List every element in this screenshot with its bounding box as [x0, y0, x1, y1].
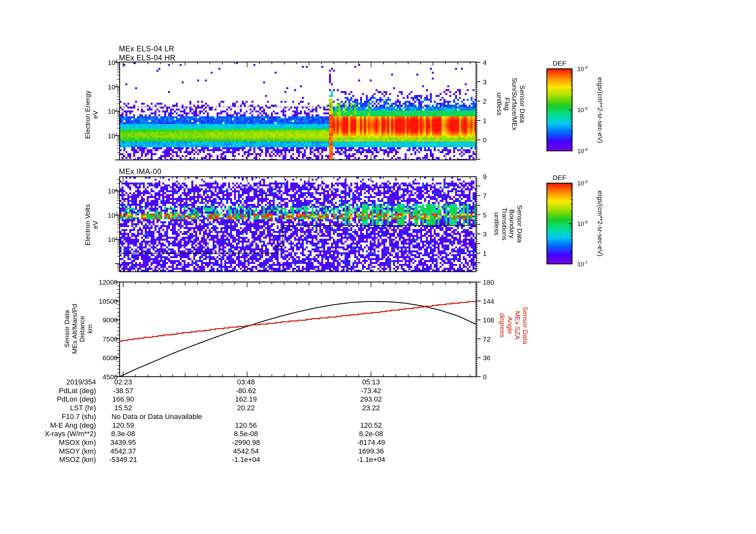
els-yaxis-label: Electron EnergyeV: [84, 90, 99, 139]
table-cell: 8.3e-08: [84, 430, 162, 438]
table-row-label: M-E Ang (deg): [13, 421, 96, 430]
table-cell: 293.02: [332, 395, 410, 403]
lin-right-tick-label: 72: [483, 335, 490, 342]
colorbar1-units-label: ergs/(cm**2-sr-sec-eV): [597, 77, 604, 143]
table-cell: -1.1e+04: [207, 455, 285, 464]
table-cell: -2990.98: [207, 438, 285, 447]
colorbar1-title: DEF: [553, 60, 566, 67]
ima-right-tick-label: 5: [483, 211, 487, 218]
table-cell: -38.57: [84, 387, 162, 395]
ima-right-axis-label: Sensor DataBoundaryTransitionsunitless: [493, 205, 524, 243]
els-ytick-label: 103: [108, 83, 118, 90]
els-flag-tick-label: 4: [483, 59, 487, 66]
table-row-label: 2019/354: [13, 378, 96, 386]
table-cell: 4542.37: [84, 447, 162, 455]
lin-ytick-label: 7500: [102, 335, 118, 342]
colorbar2-units-label: ergs/(cm**2-sr-sec-eV): [597, 191, 604, 256]
colorbar-tick-label: 10-5: [577, 107, 588, 113]
table-cell: -1.1e+04: [332, 455, 410, 464]
time-tick-label: 03:48: [207, 378, 285, 386]
lin-right-tick-label: 108: [483, 317, 494, 323]
lin-right-tick-label: 180: [483, 279, 494, 286]
ima-right-tick-label: 9: [483, 173, 487, 180]
table-cell: -80.62: [207, 387, 285, 395]
lin-right-tick-label: 0: [483, 373, 487, 380]
table-cell: 3439.95: [84, 438, 162, 447]
ima-ytick-label: 103: [108, 212, 118, 219]
table-row-label: MSOY (km): [13, 447, 96, 455]
table-cell: 162.19: [207, 395, 285, 403]
ima-yaxis-label: Electron VoltseV: [84, 204, 99, 245]
table-cell: 20.22: [207, 404, 285, 412]
table-cell: 8.2e-08: [332, 430, 410, 438]
table-cell: 15.52: [84, 404, 162, 412]
ima-ytick-label: 104: [108, 187, 118, 194]
ima-ytick-label: 102: [108, 236, 118, 243]
els-panel-title-lr: MEx ELS-04 LR: [119, 44, 174, 53]
table-cell: 23.22: [332, 404, 410, 412]
els-flag-tick-label: 3: [483, 79, 487, 85]
els-flag-tick-label: 2: [483, 98, 487, 105]
els-ytick-label: 101: [108, 132, 118, 139]
ima-panel-title: MEx IMA-00: [119, 167, 162, 176]
ima-right-tick-label: 3: [483, 231, 487, 238]
colorbar2-title: DEF: [553, 174, 566, 182]
table-cell: 4542.54: [207, 447, 285, 455]
lin-ytick-label: 9000: [102, 317, 118, 323]
lin-ytick-label: 6000: [102, 354, 118, 361]
els-panel-title-hr: MEx ELS-04 HR: [119, 54, 176, 62]
table-row-label: F10.7 (sfu): [13, 413, 96, 421]
table-cell: 120.56: [207, 421, 285, 430]
els-flag-tick-label: 1: [483, 117, 487, 124]
table-row-label: MSOZ (km): [13, 455, 96, 464]
lin-ytick-label: 10500: [99, 297, 118, 304]
table-cell: -8174.49: [332, 438, 410, 447]
table-row-label: LST (hr): [13, 404, 96, 412]
lin-right-axis-label: Sensor DataMEx SZAAngledegrees: [499, 307, 529, 344]
colorbar-tick-label: 10-6: [577, 148, 588, 154]
table-cell: -5349.21: [84, 455, 162, 464]
table-row-label: PdLat (deg): [13, 387, 96, 395]
table-cell: 120.59: [84, 421, 162, 430]
table-cell: 166.90: [84, 395, 162, 403]
table-cell: 120.52: [332, 421, 410, 430]
table-cell: 8.5e-08: [207, 430, 285, 438]
els-ytick-label: 102: [108, 108, 118, 115]
table-row-label: MSOX (km): [13, 438, 96, 447]
colorbar-tick-label: 10-6: [577, 220, 588, 227]
ima-right-tick-label: 1: [483, 250, 487, 257]
table-no-data-text: No Data or Data Unavailable: [112, 413, 312, 421]
lin-yaxis-label: Sensor DataMEx Alt/Mars/PdDistancekm: [63, 304, 94, 354]
lin-right-tick-label: 144: [483, 297, 494, 304]
figure-root: MEx ELS-04 LR MEx ELS-04 HR MEx IMA-00 E…: [0, 0, 756, 534]
time-tick-label: 05:13: [332, 378, 410, 386]
table-cell: 1699.36: [332, 447, 410, 455]
lin-right-tick-label: 36: [483, 354, 490, 361]
table-row-label: PdLon (deg): [13, 395, 96, 403]
time-tick-label: 02:23: [84, 378, 162, 386]
colorbar-tick-label: 10-4: [577, 65, 588, 72]
table-cell: -73.42: [332, 387, 410, 395]
table-row-label: X-rays (W/m**2): [13, 430, 96, 438]
lin-ytick-label: 12000: [99, 279, 118, 286]
ima-right-tick-label: 7: [483, 192, 487, 199]
colorbar-tick-label: 10-7: [577, 261, 588, 267]
els-flag-tick-label: 0: [483, 137, 487, 143]
els-ytick-label: 104: [108, 59, 118, 66]
els-right-axis-label: Sensor DataSun/Surface/MExFlagunitless: [496, 78, 526, 130]
colorbar-tick-label: 10-5: [577, 180, 588, 187]
